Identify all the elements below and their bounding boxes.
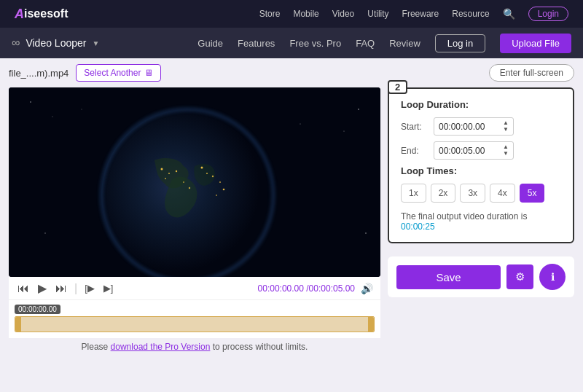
video-panel: ⏮ ▶ ⏭ | [▶ ▶] 00:00:00.00 /00:00:05.00 🔊…: [9, 87, 380, 386]
svg-point-10: [219, 181, 221, 183]
nav-features[interactable]: Features: [238, 38, 275, 49]
loop-2x-button[interactable]: 2x: [431, 184, 456, 203]
nav-review[interactable]: Review: [389, 38, 420, 49]
time-display: 00:00:00.00 /00:00:05.00: [258, 283, 355, 294]
svg-point-20: [365, 232, 367, 234]
loop-end-button[interactable]: ▶]: [102, 283, 115, 294]
upload-file-button[interactable]: Upload File: [500, 34, 571, 53]
end-time-input[interactable]: 00:00:05.00 ▲ ▼: [434, 141, 514, 160]
svg-point-3: [161, 168, 163, 170]
end-time-row: End: 00:00:05.00 ▲ ▼: [401, 141, 561, 160]
svg-point-7: [201, 167, 203, 169]
loop-icon: ∞: [12, 36, 20, 50]
log-in-button[interactable]: Log in: [435, 34, 485, 52]
content-row: ⏮ ▶ ⏭ | [▶ ▶] 00:00:00.00 /00:00:05.00 🔊…: [9, 87, 574, 386]
nav-video[interactable]: Video: [332, 9, 354, 19]
timeline-handle-right[interactable]: [368, 317, 374, 332]
output-text: The final output video duration is: [401, 211, 527, 222]
svg-point-14: [189, 187, 190, 189]
loop-duration-title: Loop Duration:: [401, 99, 561, 110]
top-nav-links: Store Mobile Video Utility Freeware Reso…: [259, 7, 568, 21]
login-button[interactable]: Login: [528, 7, 568, 21]
svg-point-5: [176, 170, 177, 172]
save-bar: Save ⚙ ℹ: [388, 256, 574, 297]
right-panel: 2 Loop Duration: Start: 00:00:00.00 ▲ ▼ …: [388, 87, 574, 386]
svg-point-16: [52, 117, 53, 117]
pro-version-link[interactable]: download the Pro Version: [111, 342, 211, 352]
svg-point-21: [82, 109, 82, 110]
save-button[interactable]: Save: [396, 265, 501, 289]
loop-4x-button[interactable]: 4x: [490, 184, 515, 203]
nav-resource[interactable]: Resource: [452, 9, 489, 19]
nav-free-vs-pro[interactable]: Free vs. Pro: [289, 38, 341, 49]
svg-point-18: [343, 130, 344, 131]
file-name: file_....m).mp4: [9, 68, 69, 79]
loop-settings-box: 2 Loop Duration: Start: 00:00:00.00 ▲ ▼ …: [388, 87, 574, 243]
end-time-up[interactable]: ▲: [503, 144, 509, 150]
pro-notice-suffix: to process without limits.: [210, 342, 308, 352]
nav-freeware[interactable]: Freeware: [402, 9, 439, 19]
loop-times-section: Loop Times: 1x 2x 3x 4x 5x: [401, 165, 561, 203]
svg-point-12: [216, 195, 217, 196]
start-time-row: Start: 00:00:00.00 ▲ ▼: [401, 117, 561, 136]
file-bar-left: file_....m).mp4 Select Another 🖥: [9, 64, 161, 82]
loop-1x-button[interactable]: 1x: [401, 184, 426, 203]
svg-point-22: [300, 123, 300, 124]
volume-button[interactable]: 🔊: [361, 283, 373, 294]
nav-utility[interactable]: Utility: [367, 9, 388, 19]
output-duration-value: 00:00:25: [401, 222, 435, 232]
start-time-up[interactable]: ▲: [503, 120, 509, 126]
start-label: Start:: [401, 122, 426, 132]
logo: Aiseesoft: [15, 7, 68, 22]
pro-notice-text: Please: [82, 342, 111, 352]
rewind-button[interactable]: ⏮: [16, 282, 31, 295]
nav-faq[interactable]: FAQ: [356, 38, 375, 49]
loop-times-buttons: 1x 2x 3x 4x 5x: [401, 184, 561, 203]
current-time-label: 00:00:00.00: [15, 305, 60, 314]
video-container: [9, 87, 380, 277]
play-button[interactable]: ▶: [36, 281, 48, 295]
separator: |: [74, 282, 77, 295]
start-time-value: 00:00:00.00: [439, 122, 485, 132]
svg-point-19: [44, 232, 45, 233]
file-bar: file_....m).mp4 Select Another 🖥 Enter f…: [9, 64, 574, 82]
timeline-handle-left[interactable]: [15, 317, 21, 332]
monitor-icon: 🖥: [144, 68, 153, 78]
nav-guide[interactable]: Guide: [197, 38, 223, 49]
svg-point-11: [223, 189, 225, 191]
svg-point-15: [30, 101, 31, 103]
select-another-button[interactable]: Select Another 🖥: [76, 64, 161, 82]
end-time-down[interactable]: ▼: [503, 151, 509, 157]
timeline-track[interactable]: [15, 316, 375, 332]
end-time-spinners: ▲ ▼: [503, 144, 509, 157]
loop-box-badge: 2: [388, 80, 407, 94]
fast-forward-button[interactable]: ⏭: [54, 282, 69, 295]
start-time-input[interactable]: 00:00:00.00 ▲ ▼: [434, 117, 514, 136]
start-time-spinners: ▲ ▼: [503, 120, 509, 133]
settings-button[interactable]: ⚙: [506, 264, 533, 289]
svg-point-13: [183, 181, 184, 183]
main-area: file_....m).mp4 Select Another 🖥 Enter f…: [0, 58, 583, 392]
nav-mobile[interactable]: Mobile: [293, 9, 318, 19]
pro-notice: Please download the Pro Version to proce…: [9, 342, 380, 352]
output-duration: The final output video duration is 00:00…: [401, 211, 561, 232]
select-another-label: Select Another: [84, 68, 141, 78]
second-nav-links: Guide Features Free vs. Pro FAQ Review L…: [197, 34, 571, 53]
start-time-down[interactable]: ▼: [503, 127, 509, 133]
logo-a: A: [15, 7, 24, 22]
search-icon[interactable]: 🔍: [503, 8, 515, 20]
video-thumbnail: [9, 87, 380, 277]
end-label: End:: [401, 146, 426, 156]
loop-5x-button[interactable]: 5x: [520, 184, 545, 203]
end-time-value: 00:00:05.00: [439, 146, 485, 156]
chevron-down-icon[interactable]: ▼: [92, 39, 99, 47]
logo-text: iseesoft: [24, 7, 68, 20]
loop-start-button[interactable]: [▶: [83, 283, 96, 294]
svg-point-17: [358, 109, 359, 110]
info-button[interactable]: ℹ: [539, 264, 566, 290]
fullscreen-button[interactable]: Enter full-screen: [489, 64, 574, 82]
loop-3x-button[interactable]: 3x: [460, 184, 485, 203]
timeline-area: 00:00:00.00: [9, 300, 380, 338]
video-controls: ⏮ ▶ ⏭ | [▶ ▶] 00:00:00.00 /00:00:05.00 🔊: [9, 277, 380, 300]
nav-store[interactable]: Store: [259, 9, 281, 19]
